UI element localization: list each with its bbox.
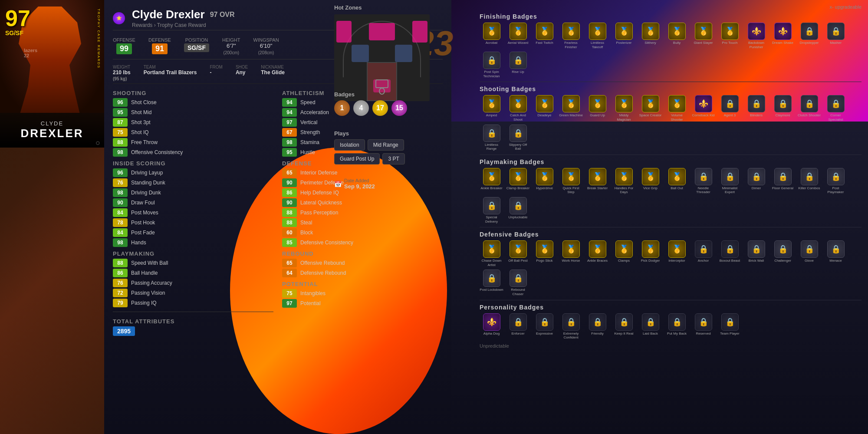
badge-name-label: Giant Slayer	[694, 41, 713, 45]
badge-icon-aerial-wizard: 🥇	[510, 23, 527, 40]
badge-icon-enforcer: 🔒	[510, 313, 527, 331]
badge-name-label: Chase Down Artist	[480, 259, 503, 267]
stat-badge: 75	[113, 128, 128, 137]
badge-item-amped: 🥇Amped	[480, 95, 503, 122]
stat-row-shot-iq: 75Shot IQ	[113, 128, 273, 137]
stat-name: Shot Close	[131, 99, 157, 105]
badge-counters: 1 4 17 15	[334, 100, 447, 116]
play-button-3-pt[interactable]: 3 PT	[382, 153, 404, 164]
stat-row-passing-accuracy: 76Passing Accuracy	[113, 279, 273, 287]
badge-item-post-lockdown: 🔒Post Lockdown	[480, 270, 503, 296]
play-button-mid-range[interactable]: Mid Range	[368, 139, 404, 151]
stat-badge: 84	[113, 228, 128, 237]
badge-name-label: Hyperdrive	[536, 186, 553, 191]
stat-name: Acceleration	[300, 109, 329, 115]
badge-icon-backdown-punisher: ⚜️	[748, 23, 765, 40]
stat-name: Speed With Ball	[131, 260, 168, 266]
badge-name-label: Keep It Real	[614, 332, 633, 336]
stat-row-post-fade: 84Post Fade	[113, 228, 273, 237]
badge-name-label: Middy Magician	[612, 113, 636, 122]
personality-badges-title: Personality Badges	[480, 304, 861, 311]
breadcrumb-rewards[interactable]: Rewards	[132, 22, 152, 28]
stat-name: Driving Dunk	[131, 190, 161, 196]
badges-section: Badges 1 4 17 15	[330, 87, 451, 120]
badge-name-label: Blinders	[750, 113, 763, 118]
stat-name: Post Fade	[131, 230, 155, 236]
stat-badge: 60	[282, 228, 297, 237]
badge-icon-alpha-dog: ⚜️	[483, 313, 500, 331]
badge-item-brick-wall: 🔒Brick Wall	[744, 240, 768, 267]
badge-item-quick-first-step: 🥇Quick First Step	[559, 168, 583, 194]
badge-icon-pro-touch: 🥇	[721, 23, 739, 40]
stat-badge: 72	[113, 289, 128, 297]
stat-row-passing-iq: 79Passing IQ	[113, 299, 273, 307]
wingspan-label: Wingspan	[253, 37, 279, 43]
stat-name: Steal	[300, 220, 312, 226]
stat-name: Passing IQ	[131, 300, 157, 306]
badge-icon-put-my-back: 🔒	[668, 313, 686, 331]
badge-item-agent-3: 🔒Agent 3	[718, 95, 742, 122]
badge-icon-rebound-chaser: 🔒	[510, 270, 527, 287]
badge-item-glove: 🔒Glove	[797, 240, 821, 267]
playmaking-stats: 88Speed With Ball86Ball Handle76Passing …	[113, 259, 273, 307]
badge-item-hyperdrive: 🥇Hyperdrive	[533, 168, 556, 194]
badge-item-special-delivery: 🔒Special Delivery	[480, 197, 503, 224]
play-button-isolation[interactable]: Isolation	[334, 139, 365, 151]
badge-name-label: Backdown Punisher	[744, 41, 768, 49]
badge-name-label: Friendly	[591, 332, 603, 336]
badge-icon-fearless-finisher: 🥇	[562, 23, 580, 40]
badge-item-challenger: 🔒Challenger	[771, 240, 795, 267]
badge-icon-pogo-stick: 🥇	[536, 240, 553, 258]
stat-badge: 94	[282, 98, 297, 107]
badge-name-label: Glove	[805, 259, 814, 263]
badge-name-label: Dropstepper	[799, 41, 819, 45]
stats-grid: Shooting 96Shot Close95Shot Mid87Shot 3p…	[113, 86, 443, 336]
badge-item-off-ball-pest: 🥇Off Ball Pest	[506, 240, 530, 267]
from-val: -	[210, 69, 222, 76]
badge-item-dimer: 🔒Dimer	[744, 168, 768, 194]
badge-bronze-count: 1	[334, 100, 350, 116]
shooting-title: Shooting	[113, 90, 273, 96]
badge-item-pogo-stick: 🥇Pogo Stick	[533, 240, 556, 267]
badge-icon-fast-twitch: 🥇	[536, 23, 553, 40]
badge-name-label: Menace	[829, 259, 842, 263]
shooting-badges-title: Shooting Badges	[480, 85, 861, 92]
zone-top-key	[369, 23, 395, 40]
badge-item-fast-twitch: 🥇Fast Twitch	[533, 23, 556, 49]
badge-icon-laid-back: 🔒	[642, 313, 659, 331]
badge-name-label: Dimer	[752, 186, 761, 191]
play-button-guard-post-up[interactable]: Guard Post Up	[334, 153, 380, 164]
stat-row-block: 60Block	[282, 228, 443, 237]
badge-item-vice-grip: 🥇Vice Grip	[638, 168, 662, 194]
stat-row-draw-foul: 90Draw Foul	[113, 198, 273, 207]
badges-title: Badges	[334, 91, 447, 98]
playmaking-title: Playmaking	[113, 250, 273, 257]
card-team-logo: ⬡	[96, 141, 100, 145]
total-label: Total Attributes	[113, 318, 273, 325]
stat-row-offensive-rebound: 65Offensive Rebound	[282, 259, 443, 267]
stat-name: Pass Perception	[300, 210, 338, 216]
badge-item-interceptor: 🥇Interceptor	[665, 240, 689, 267]
badge-name-label: Brick Wall	[749, 259, 764, 263]
badge-item-expressive: 🔒Expressive	[533, 313, 556, 340]
badge-icon-ball-out: 🥇	[668, 168, 686, 185]
badge-icon-challenger: 🔒	[774, 240, 792, 258]
badge-name-label: Unpluckable	[508, 215, 527, 220]
divider-1	[480, 82, 861, 82]
defense-stat: Defense 91	[148, 37, 171, 56]
offense-stat: Offense 99	[113, 37, 135, 56]
stat-name: Driving Layup	[131, 170, 163, 176]
stat-row-passing-vision: 72Passing Vision	[113, 289, 273, 297]
badge-name-label: Clamp Breaker	[506, 186, 529, 191]
badge-item-catch-and-shoot: 🥇Catch And Shoot	[506, 95, 530, 122]
playmaking-badges-title: Playmaking Badges	[480, 158, 861, 165]
height-label: Height	[222, 37, 240, 43]
stat-row-ball-handle: 86Ball Handle	[113, 269, 273, 277]
badge-icon-guard-up: 🥇	[589, 95, 606, 112]
badge-item-bully: 🥇Bully	[665, 23, 689, 49]
badge-item-enforcer: 🔒Enforcer	[506, 313, 530, 340]
badge-name-label: Guard Up	[590, 113, 605, 118]
badge-icon-blinders: 🔒	[748, 95, 765, 112]
stat-name: Defensive Rebound	[300, 270, 346, 276]
badge-item-floor-general: 🔒Floor General	[771, 168, 795, 194]
